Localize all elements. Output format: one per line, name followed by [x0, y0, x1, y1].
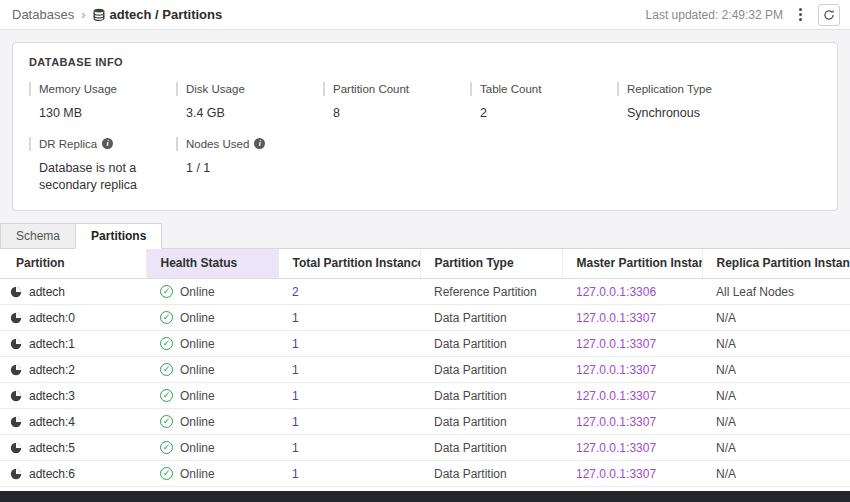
- partition-type-text: Data Partition: [434, 467, 507, 481]
- partition-name: adtech:3: [29, 389, 75, 403]
- tab-partitions[interactable]: Partitions: [75, 223, 162, 249]
- replica-instance-text: N/A: [716, 363, 736, 377]
- table-row: adtech ✓ Online 2 Reference Partition 12…: [0, 279, 850, 305]
- replica-instance-text: N/A: [716, 337, 736, 351]
- breadcrumb: Databases › adtech / Partitions: [12, 7, 222, 22]
- table-row: adtech:0 ✓ Online 1 Data Partition 127.0…: [0, 305, 850, 331]
- master-instance-link[interactable]: 127.0.0.1:3307: [576, 441, 656, 455]
- refresh-button[interactable]: [818, 4, 840, 26]
- table-row: adtech:5 ✓ Online 1 Data Partition 127.0…: [0, 435, 850, 461]
- partition-type-text: Data Partition: [434, 311, 507, 325]
- table-row: adtech:3 ✓ Online 1 Data Partition 127.0…: [0, 383, 850, 409]
- column-header-replica-instance[interactable]: Replica Partition Instance ...: [702, 249, 850, 279]
- master-instance-link[interactable]: 127.0.0.1:3307: [576, 467, 656, 481]
- health-status-text: Online: [180, 363, 215, 377]
- stat-value: 130 MB: [29, 105, 167, 123]
- column-header-health-status[interactable]: Health Status: [146, 249, 278, 279]
- replica-instance-text: N/A: [716, 389, 736, 403]
- stat-label: DR Replica: [39, 138, 97, 150]
- replica-instance-text: N/A: [716, 441, 736, 455]
- master-instance-link[interactable]: 127.0.0.1:3307: [576, 389, 656, 403]
- online-check-icon: ✓: [160, 337, 173, 350]
- total-instances-value: 1: [292, 441, 299, 455]
- table-row: adtech:2 ✓ Online 1 Data Partition 127.0…: [0, 357, 850, 383]
- breadcrumb-current: adtech / Partitions: [93, 7, 223, 22]
- online-check-icon: ✓: [160, 467, 173, 480]
- topbar: Databases › adtech / Partitions Last upd…: [0, 0, 850, 30]
- info-icon[interactable]: i: [254, 138, 265, 149]
- stat-label: Replication Type: [627, 83, 712, 95]
- master-instance-link[interactable]: 127.0.0.1:3307: [576, 311, 656, 325]
- kebab-menu-icon[interactable]: [795, 6, 806, 23]
- stat-value: Synchronous: [617, 105, 755, 123]
- stat-label: Memory Usage: [39, 83, 117, 95]
- health-status-text: Online: [180, 337, 215, 351]
- partition-name: adtech:6: [29, 467, 75, 481]
- total-instances-value: 1: [292, 389, 299, 403]
- page-title: adtech / Partitions: [110, 7, 223, 22]
- refresh-icon: [823, 9, 835, 21]
- column-header-partition-type[interactable]: Partition Type: [420, 249, 562, 279]
- health-status-text: Online: [180, 415, 215, 429]
- footer-bar: [0, 491, 850, 502]
- breadcrumb-databases-link[interactable]: Databases: [12, 7, 74, 22]
- online-check-icon: ✓: [160, 415, 173, 428]
- online-check-icon: ✓: [160, 441, 173, 454]
- master-instance-link[interactable]: 127.0.0.1:3307: [576, 363, 656, 377]
- total-instances-value: 2: [292, 285, 299, 299]
- partition-pie-icon: [10, 416, 22, 428]
- replica-instance-text: N/A: [716, 415, 736, 429]
- partition-type-text: Data Partition: [434, 415, 507, 429]
- table-row: adtech:4 ✓ Online 1 Data Partition 127.0…: [0, 409, 850, 435]
- tab-schema[interactable]: Schema: [0, 223, 76, 249]
- partition-pie-icon: [10, 312, 22, 324]
- partition-type-text: Data Partition: [434, 337, 507, 351]
- stats-row-2: DR Replica i Database is not a secondary…: [29, 137, 821, 195]
- info-icon[interactable]: i: [102, 138, 113, 149]
- breadcrumb-separator: ›: [81, 7, 85, 22]
- table-row: adtech:6 ✓ Online 1 Data Partition 127.0…: [0, 461, 850, 487]
- partition-pie-icon: [10, 468, 22, 480]
- stat-value: 3.4 GB: [176, 105, 314, 123]
- partition-pie-icon: [10, 390, 22, 402]
- stat-nodes-used: Nodes Used i 1 / 1: [176, 137, 323, 195]
- partitions-table: Partition Health Status Total Partition …: [0, 248, 850, 502]
- online-check-icon: ✓: [160, 363, 173, 376]
- replica-instance-text: All Leaf Nodes: [716, 285, 794, 299]
- health-status-text: Online: [180, 441, 215, 455]
- total-instances-value: 1: [292, 363, 299, 377]
- partition-pie-icon: [10, 286, 22, 298]
- column-header-total-instances[interactable]: Total Partition Instances: [278, 249, 420, 279]
- column-header-master-instance[interactable]: Master Partition Instance ...: [562, 249, 702, 279]
- stat-replication-type: Replication Type Synchronous: [617, 82, 764, 123]
- master-instance-link[interactable]: 127.0.0.1:3307: [576, 415, 656, 429]
- card-title: DATABASE INFO: [29, 56, 821, 68]
- master-instance-link[interactable]: 127.0.0.1:3307: [576, 337, 656, 351]
- partition-pie-icon: [10, 364, 22, 376]
- total-instances-value: 1: [292, 415, 299, 429]
- partition-type-text: Data Partition: [434, 363, 507, 377]
- stat-label: Partition Count: [333, 83, 409, 95]
- column-header-partition[interactable]: Partition: [0, 249, 146, 279]
- stat-label: Nodes Used: [186, 138, 249, 150]
- stat-dr-replica: DR Replica i Database is not a secondary…: [29, 137, 176, 195]
- health-status-text: Online: [180, 467, 215, 481]
- stat-value: Database is not a secondary replica: [29, 160, 167, 195]
- replica-instance-text: N/A: [716, 467, 736, 481]
- online-check-icon: ✓: [160, 285, 173, 298]
- partition-name: adtech:4: [29, 415, 75, 429]
- stats-row-1: Memory Usage 130 MB Disk Usage 3.4 GB Pa…: [29, 82, 821, 123]
- health-status-text: Online: [180, 285, 215, 299]
- stat-partition-count: Partition Count 8: [323, 82, 470, 123]
- partition-pie-icon: [10, 338, 22, 350]
- partition-type-text: Data Partition: [434, 441, 507, 455]
- master-instance-link[interactable]: 127.0.0.1:3306: [576, 285, 656, 299]
- topbar-actions: Last updated: 2:49:32 PM: [646, 4, 840, 26]
- stat-value: 8: [323, 105, 461, 123]
- stat-memory-usage: Memory Usage 130 MB: [29, 82, 176, 123]
- total-instances-value: 1: [292, 311, 299, 325]
- online-check-icon: ✓: [160, 311, 173, 324]
- stat-label: Disk Usage: [186, 83, 245, 95]
- online-check-icon: ✓: [160, 389, 173, 402]
- total-instances-value: 1: [292, 337, 299, 351]
